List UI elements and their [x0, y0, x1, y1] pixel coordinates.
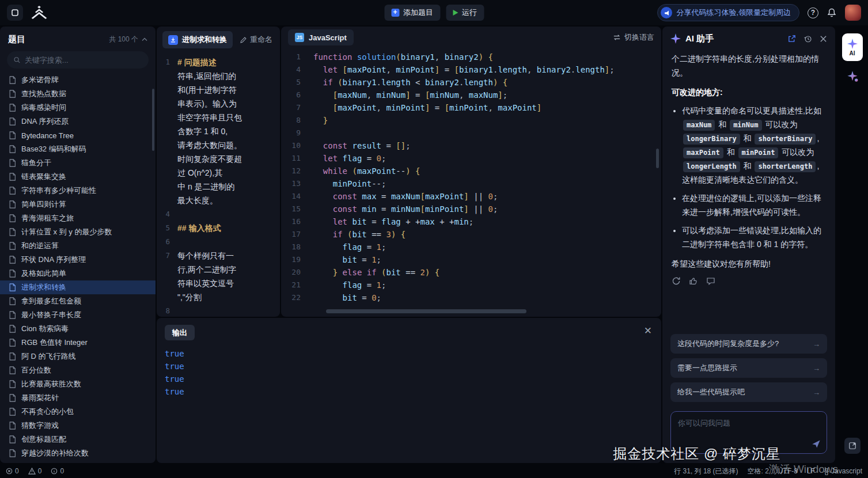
ai-suggestion-button[interactable]: 给我一些代码提示吧→	[670, 382, 827, 402]
ai-suggestion-button[interactable]: 这段代码的时间复杂度是多少?→	[670, 334, 827, 354]
problem-list-item[interactable]: Bytedance Tree	[0, 128, 156, 142]
rename-button[interactable]: 重命名	[240, 35, 272, 45]
close-icon[interactable]: ✕	[644, 326, 652, 336]
problem-list-item[interactable]: 创意标题匹配	[0, 433, 156, 446]
problem-list-item[interactable]: 穿越沙漠的补给次数	[0, 446, 156, 460]
code-line[interactable]: 16 let bit = flag + +max + +min;	[281, 215, 661, 228]
problem-list-item[interactable]: 进制求和转换	[0, 280, 156, 294]
problem-list-item[interactable]: RGB 色值转 Integer	[0, 336, 156, 350]
code-line[interactable]: 5 if (binary1.length < binary2.length) {	[281, 76, 661, 89]
language-mode[interactable]: {} Javascript	[824, 467, 862, 475]
code-line[interactable]: 20 } else if (bit == 2) {	[281, 266, 661, 279]
code-line[interactable]: 22 bit = 0;	[281, 291, 661, 304]
cursor-position[interactable]: 行 31, 列 18 (已选择)	[674, 466, 738, 476]
switch-language-button[interactable]: 切换语言	[613, 32, 654, 43]
code-lines[interactable]: 1function solution(binary1, binary2) {4 …	[281, 48, 661, 317]
run-button[interactable]: 运行	[446, 5, 484, 21]
problem-content[interactable]: 1# 问题描述符串,返回他们的和(用十进制字符串表示)。输入为非空字符串且只包含…	[157, 53, 280, 317]
problem-title-chip[interactable]: 进制求和转换	[162, 31, 233, 48]
regenerate-icon[interactable]	[672, 276, 681, 286]
send-icon[interactable]	[812, 439, 821, 449]
markdown-line[interactable]: 符串以英文逗号	[157, 276, 280, 290]
editor-horizontal-scrollbar-thumb[interactable]	[326, 309, 526, 313]
eol-setting[interactable]: LF	[807, 467, 815, 475]
code-line[interactable]: 11 let flag = 0;	[281, 152, 661, 165]
code-line[interactable]: 9	[281, 127, 661, 139]
markdown-line[interactable]: 最大长度。	[157, 194, 280, 207]
problem-list-item[interactable]: 多米诺骨牌	[0, 73, 156, 87]
ai-tools-icon[interactable]	[846, 70, 859, 83]
markdown-line[interactable]: 1# 问题描述	[157, 55, 280, 69]
problem-list-item[interactable]: 暴雨梨花针	[0, 391, 156, 405]
markdown-line[interactable]: 时间复杂度不要超	[157, 152, 280, 166]
code-line[interactable]: 12 while (maxPoint--) {	[281, 165, 661, 177]
editor-vertical-scrollbar-thumb[interactable]	[656, 149, 659, 168]
warning-count[interactable]: 0	[28, 467, 42, 475]
ai-suggestion-button[interactable]: 需要一点思路提示→	[670, 358, 827, 378]
code-line[interactable]: 7 [maxPoint, minPoint] = [minPoint, maxP…	[281, 101, 661, 114]
problem-list-item[interactable]: 比赛最高获胜次数	[0, 377, 156, 391]
problem-list-item[interactable]: 和的逆运算	[0, 239, 156, 253]
markdown-line[interactable]: 串表示)。输入为	[157, 97, 280, 111]
markdown-line[interactable]: 和(用十进制字符	[157, 83, 280, 97]
code-line[interactable]: 21 flag = 1;	[281, 279, 661, 291]
encoding[interactable]: UTF-8	[778, 467, 798, 475]
markdown-line[interactable]: 中 n 是二进制的	[157, 180, 280, 194]
problem-list-item[interactable]: 猜数字游戏	[0, 419, 156, 433]
problem-list-item[interactable]: 环状 DNA 序列整理	[0, 253, 156, 267]
add-question-button[interactable]: + 添加题目	[384, 5, 440, 21]
error-count[interactable]: 0	[6, 467, 19, 475]
problem-list-item[interactable]: DNA 序列还原	[0, 115, 156, 128]
problem-list-item[interactable]: 拿到最多红包金额	[0, 294, 156, 308]
markdown-line[interactable]: 请考虑大数问题。	[157, 138, 280, 152]
problem-list-item[interactable]: 及格如此简单	[0, 267, 156, 280]
tab-javascript[interactable]: JS JavaScript	[288, 29, 354, 45]
code-line[interactable]: 18 flag = 1;	[281, 241, 661, 253]
help-icon[interactable]: ?	[808, 7, 818, 18]
problem-list-item[interactable]: 阿 D 的飞行路线	[0, 350, 156, 363]
info-count[interactable]: 0	[51, 467, 64, 475]
markdown-line[interactable]: 行,两个二进制字	[157, 263, 280, 276]
problem-list-item[interactable]: 青海湖租车之旅	[0, 211, 156, 225]
problem-list-item[interactable]: 猫鱼分干	[0, 156, 156, 170]
code-line[interactable]: 14 const max = maxNum[maxPoint] || 0;	[281, 190, 661, 203]
problem-list-item[interactable]: 最小替换子串长度	[0, 308, 156, 322]
sidebar-scrollbar-thumb[interactable]	[152, 89, 154, 151]
markdown-line[interactable]: ","分割	[157, 290, 280, 304]
code-line[interactable]: 13 minPoint--;	[281, 177, 661, 190]
problem-list-item[interactable]: 查找热点数据	[0, 87, 156, 101]
markdown-line[interactable]: 过 O(n^2),其	[157, 166, 280, 180]
user-avatar[interactable]	[845, 5, 861, 21]
juejin-logo-icon[interactable]	[30, 6, 48, 20]
ai-question-input[interactable]	[671, 412, 827, 453]
problem-list-item[interactable]: 链表聚集交换	[0, 170, 156, 184]
markdown-line[interactable]: 7每个样例只有一	[157, 249, 280, 263]
markdown-line[interactable]: 5## 输入格式	[157, 221, 280, 235]
code-line[interactable]: 8 }	[281, 114, 661, 127]
code-line[interactable]: 19 bit = 1;	[281, 253, 661, 266]
history-icon[interactable]	[803, 35, 812, 43]
popout-icon[interactable]	[844, 438, 861, 454]
code-line[interactable]: 15 const min = minNum[minPoint] || 0;	[281, 203, 661, 215]
code-line[interactable]: 4 let [maxPoint, minPoint] = [binary1.le…	[281, 63, 661, 76]
problem-list-item[interactable]: 不再贪心的小包	[0, 405, 156, 419]
feedback-icon[interactable]	[706, 276, 715, 286]
search-input[interactable]	[25, 56, 142, 65]
markdown-line[interactable]: 含数字 1 和 0,	[157, 124, 280, 138]
problem-list-item[interactable]: Cion 勒索病毒	[0, 322, 156, 336]
problem-list-item[interactable]: 病毒感染时间	[0, 101, 156, 115]
ai-assistant-button[interactable]: AI	[842, 33, 863, 61]
code-line[interactable]: 1function solution(binary1, binary2) {	[281, 51, 661, 63]
chevron-up-icon[interactable]	[142, 37, 147, 41]
markdown-line[interactable]: 8	[157, 304, 280, 317]
close-icon[interactable]	[820, 35, 827, 43]
markdown-line[interactable]: 符串,返回他们的	[157, 69, 280, 83]
notification-bell-icon[interactable]	[827, 7, 837, 18]
code-line[interactable]: 17 if (bit == 3) {	[281, 228, 661, 241]
practice-logo-icon[interactable]	[7, 5, 23, 21]
problem-list-item[interactable]: Base32 编码和解码	[0, 142, 156, 156]
problem-list-item[interactable]: 计算位置 x 到 y 的最少步数	[0, 225, 156, 239]
code-line[interactable]: 6 [maxNum, minNum] = [minNum, maxNum];	[281, 89, 661, 101]
export-icon[interactable]	[787, 35, 796, 43]
markdown-line[interactable]: 4	[157, 207, 280, 221]
